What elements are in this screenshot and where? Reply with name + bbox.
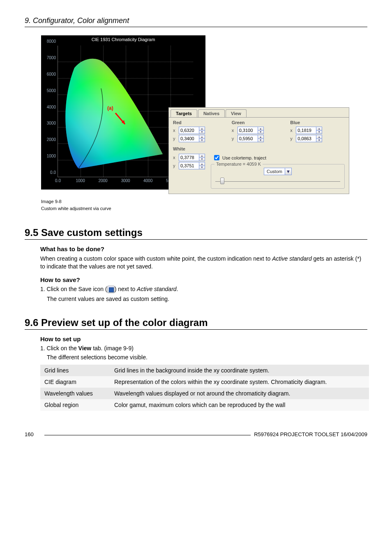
label-y: y xyxy=(173,136,179,141)
label-y: y xyxy=(173,163,179,168)
chapter-heading: 9. Configurator, Color alignment xyxy=(25,16,367,25)
y-tick: 5000 xyxy=(44,88,56,92)
x-tick: 0.0 xyxy=(55,178,61,183)
spin-down-icon[interactable]: ▼ xyxy=(258,131,263,134)
label-y: y xyxy=(232,136,238,141)
header-rule xyxy=(25,27,367,27)
subheading-how-save: How to save? xyxy=(40,276,367,283)
col-header-white: White xyxy=(173,146,345,151)
use-colortemp-label: Use colortemp. traject xyxy=(222,155,266,160)
spin-down-icon[interactable]: ▼ xyxy=(316,131,322,134)
slider-thumb[interactable] xyxy=(220,178,224,184)
tab-view[interactable]: View xyxy=(226,109,247,117)
blue-y-spinner[interactable]: ▲▼ xyxy=(296,135,322,142)
subheading-how-setup: How to set up xyxy=(40,335,367,342)
prop-name: CIE diagram xyxy=(40,376,110,388)
y-tick: 6000 xyxy=(44,72,56,76)
y-tick: 0.0 xyxy=(44,170,56,175)
annotation-a: (a) xyxy=(107,105,113,111)
tab-natives[interactable]: Natives xyxy=(198,109,225,117)
step-9-6-result: The different selections become visible. xyxy=(47,354,367,361)
label-x: x xyxy=(290,128,296,133)
heading-9-5: 9.5 Save custom settings xyxy=(25,227,367,240)
page-footer: 160 R5976924 PROJECTOR TOOLSET 16/04/200… xyxy=(25,431,367,437)
use-colortemp-checkbox[interactable] xyxy=(214,155,219,160)
blue-y-input[interactable] xyxy=(296,135,316,142)
prop-name: Grid lines xyxy=(40,365,110,376)
label-x: x xyxy=(232,128,238,133)
page-number: 160 xyxy=(25,431,41,437)
temperature-group: Temperature = 4059 K Custom ▼ xyxy=(211,164,345,189)
spin-up-icon[interactable]: ▲ xyxy=(199,135,205,139)
x-tick: 4000 xyxy=(143,178,152,183)
table-row: CIE diagram Representation of the colors… xyxy=(40,376,369,388)
heading-9-6: 9.6 Preview set up of the color diagram xyxy=(25,317,367,330)
y-tick: 2000 xyxy=(44,137,56,142)
y-tick: 4000 xyxy=(44,104,56,109)
view-options-table: Grid lines Grid lines in the background … xyxy=(40,365,369,411)
prop-desc: Representation of the colors within the … xyxy=(110,376,369,388)
table-row: Global region Color gamut, maximum color… xyxy=(40,399,369,411)
red-x-input[interactable] xyxy=(179,127,199,134)
spin-down-icon[interactable]: ▼ xyxy=(258,139,263,142)
spin-up-icon[interactable]: ▲ xyxy=(199,162,205,166)
temperature-group-label: Temperature = 4059 K xyxy=(214,162,263,166)
y-tick: 3000 xyxy=(44,121,56,125)
temperature-select-value: Custom xyxy=(264,169,285,174)
x-tick: 2000 xyxy=(98,178,107,183)
blue-x-spinner[interactable]: ▲▼ xyxy=(296,127,322,134)
spin-down-icon[interactable]: ▼ xyxy=(199,131,205,134)
spin-down-icon[interactable]: ▼ xyxy=(199,158,205,161)
annotation-a-arrow xyxy=(113,111,130,127)
blue-x-input[interactable] xyxy=(296,127,316,134)
green-x-spinner[interactable]: ▲▼ xyxy=(238,127,264,134)
chevron-down-icon[interactable]: ▼ xyxy=(285,168,291,175)
tab-targets[interactable]: Targets xyxy=(171,109,197,117)
y-tick: 8000 xyxy=(44,39,56,44)
white-x-spinner[interactable]: ▲▼ xyxy=(179,154,205,161)
label-y: y xyxy=(290,136,296,141)
spin-up-icon[interactable]: ▲ xyxy=(258,135,263,139)
subheading-what: What has to be done? xyxy=(40,245,367,252)
spin-down-icon[interactable]: ▼ xyxy=(199,166,205,169)
red-y-input[interactable] xyxy=(179,135,199,142)
red-x-spinner[interactable]: ▲▼ xyxy=(179,127,205,134)
x-tick: 3000 xyxy=(121,178,130,183)
prop-name: Wavelength values xyxy=(40,388,110,399)
col-header-red: Red xyxy=(173,120,228,125)
spin-down-icon[interactable]: ▼ xyxy=(199,139,205,142)
spin-up-icon[interactable]: ▲ xyxy=(316,135,322,139)
green-y-spinner[interactable]: ▲▼ xyxy=(238,135,264,142)
temperature-select[interactable]: Custom ▼ xyxy=(264,168,292,175)
spin-up-icon[interactable]: ▲ xyxy=(199,154,205,158)
footer-doc-id: R5976924 PROJECTOR TOOLSET 16/04/2009 xyxy=(254,431,367,437)
spin-up-icon[interactable]: ▲ xyxy=(199,127,205,131)
spin-down-icon[interactable]: ▼ xyxy=(316,139,322,142)
white-x-input[interactable] xyxy=(179,154,199,161)
step-9-5-result: The current values are saved as custom s… xyxy=(47,296,367,302)
col-header-blue: Blue xyxy=(290,120,345,125)
panel-tabs: Targets Natives View xyxy=(169,108,349,117)
white-y-spinner[interactable]: ▲▼ xyxy=(179,162,205,169)
table-row: Wavelength values Wavelength values disp… xyxy=(40,388,369,399)
figure-9-8: CIE 1931 Chromaticity Diagram 0.0 1000 2… xyxy=(25,35,367,212)
spin-up-icon[interactable]: ▲ xyxy=(258,127,263,131)
label-x: x xyxy=(173,155,179,160)
y-tick: 7000 xyxy=(44,55,56,60)
red-y-spinner[interactable]: ▲▼ xyxy=(179,135,205,142)
figure-caption-id: Image 9-8 xyxy=(41,199,111,204)
step-9-5-1: 1. Click on the Save icon () next to Act… xyxy=(40,286,367,293)
chart-title: CIE 1931 Chromaticity Diagram xyxy=(41,35,205,44)
prop-desc: Grid lines in the background inside the … xyxy=(110,365,369,376)
color-targets-panel: Targets Natives View Red x ▲▼ y xyxy=(168,107,349,194)
temperature-slider[interactable] xyxy=(215,178,340,184)
label-x: x xyxy=(173,128,179,133)
green-x-input[interactable] xyxy=(238,127,258,134)
white-y-input[interactable] xyxy=(179,162,199,169)
prop-desc: Wavelength values displayed or not aroun… xyxy=(110,388,369,399)
spin-up-icon[interactable]: ▲ xyxy=(316,127,322,131)
green-y-input[interactable] xyxy=(238,135,258,142)
step-9-6-1: 1. Click on the View tab. (image 9-9) xyxy=(40,345,367,352)
prop-name: Global region xyxy=(40,399,110,411)
prop-desc: Color gamut, maximum colors which can be… xyxy=(110,399,369,411)
